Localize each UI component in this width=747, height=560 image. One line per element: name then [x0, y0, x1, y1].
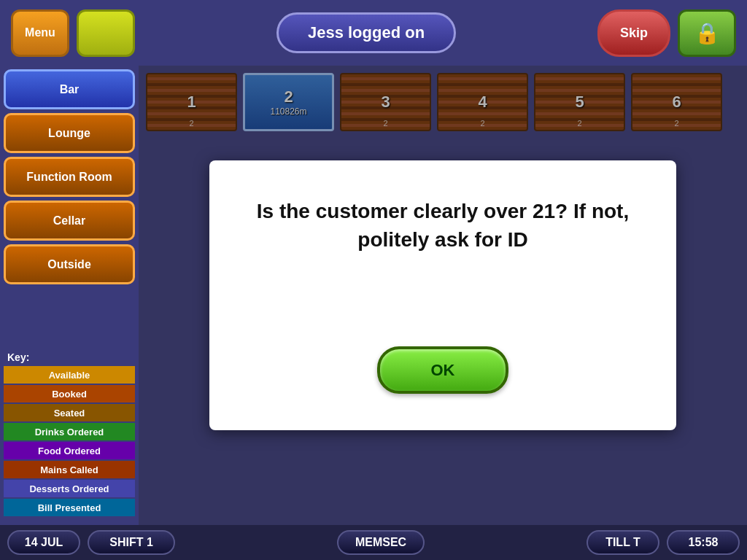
sidebar-item-outside[interactable]: Outside: [4, 244, 135, 284]
menu-button[interactable]: Menu: [11, 9, 69, 57]
logged-on-text: Jess logged on: [308, 23, 425, 42]
sidebar-item-lounge[interactable]: Lounge: [4, 113, 135, 153]
key-desserts: Desserts Ordered: [4, 480, 135, 497]
key-food: Food Ordered: [4, 442, 135, 459]
header-right: Skip 🔒: [597, 9, 736, 57]
footer-date: 14 JUL: [7, 530, 80, 555]
sidebar-item-cellar[interactable]: Cellar: [4, 201, 135, 241]
logged-on-banner: Jess logged on: [276, 12, 456, 53]
footer: 14 JUL SHIFT 1 MEMSEC TILL T 15:58: [0, 525, 747, 560]
footer-time: 15:58: [667, 530, 740, 555]
footer-venue: MEMSEC: [337, 530, 425, 555]
modal-message: Is the customer clearly over 21? If not,…: [239, 197, 647, 254]
lock-button[interactable]: 🔒: [678, 9, 736, 57]
key-booked: Booked: [4, 385, 135, 402]
sidebar-item-bar[interactable]: Bar: [4, 69, 135, 109]
sidebar-item-function-room[interactable]: Function Room: [4, 157, 135, 197]
key-drinks: Drinks Ordered: [4, 423, 135, 440]
lock-icon: 🔒: [694, 21, 720, 45]
sidebar: Bar Lounge Function Room Cellar Outside …: [0, 66, 139, 525]
content: 1 2 2 110826m 3 2 4 2 5 2: [139, 66, 747, 525]
key-bill: Bill Presented: [4, 499, 135, 516]
key-seated: Seated: [4, 404, 135, 421]
key-mains: Mains Called: [4, 461, 135, 478]
footer-shift: SHIFT 1: [88, 530, 175, 555]
yellow-button[interactable]: [77, 9, 135, 57]
footer-till: TILL T: [587, 530, 659, 555]
sidebar-spacer: [4, 288, 135, 344]
modal-dialog: Is the customer clearly over 21? If not,…: [209, 160, 676, 430]
main: Bar Lounge Function Room Cellar Outside …: [0, 66, 747, 525]
key-label: Key:: [4, 351, 135, 363]
key-section: Key: Available Booked Seated Drinks Orde…: [4, 348, 135, 521]
header-center: Jess logged on: [135, 12, 597, 53]
skip-button[interactable]: Skip: [597, 9, 670, 57]
key-available: Available: [4, 366, 135, 384]
modal-overlay: Is the customer clearly over 21? If not,…: [139, 66, 747, 525]
modal-ok-button[interactable]: OK: [377, 346, 508, 394]
header: Menu Jess logged on Skip 🔒: [0, 0, 747, 66]
header-left: Menu: [11, 9, 135, 57]
